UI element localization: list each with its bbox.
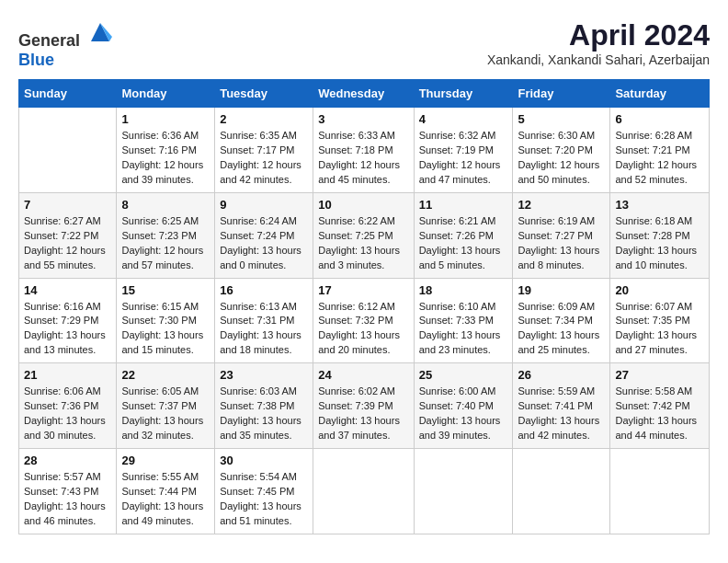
calendar-cell: 16Sunrise: 6:13 AMSunset: 7:31 PMDayligh… <box>215 278 313 363</box>
day-number: 25 <box>419 368 508 382</box>
day-info: Sunrise: 6:28 AMSunset: 7:21 PMDaylight:… <box>615 129 704 188</box>
calendar-cell: 26Sunrise: 5:59 AMSunset: 7:41 PMDayligh… <box>513 363 610 449</box>
day-number: 21 <box>24 368 111 382</box>
day-number: 11 <box>419 198 508 212</box>
calendar-cell: 17Sunrise: 6:12 AMSunset: 7:32 PMDayligh… <box>313 278 414 363</box>
calendar-cell: 2Sunrise: 6:35 AMSunset: 7:17 PMDaylight… <box>215 108 313 193</box>
calendar-cell: 23Sunrise: 6:03 AMSunset: 7:38 PMDayligh… <box>215 363 313 449</box>
calendar-cell: 1Sunrise: 6:36 AMSunset: 7:16 PMDaylight… <box>117 108 215 193</box>
location-subtitle: Xankandi, Xankandi Sahari, Azerbaijan <box>487 52 710 67</box>
day-info: Sunrise: 6:07 AMSunset: 7:35 PMDaylight:… <box>615 300 704 359</box>
day-number: 1 <box>121 112 210 126</box>
logo-icon <box>86 18 114 46</box>
calendar-cell: 19Sunrise: 6:09 AMSunset: 7:34 PMDayligh… <box>513 278 610 363</box>
day-info: Sunrise: 6:22 AMSunset: 7:25 PMDaylight:… <box>318 214 408 273</box>
day-number: 24 <box>318 368 408 382</box>
weekday-header-tuesday: Tuesday <box>215 80 313 108</box>
logo-text: General Blue <box>18 18 114 70</box>
day-info: Sunrise: 5:57 AMSunset: 7:43 PMDaylight:… <box>24 470 111 529</box>
day-number: 30 <box>220 454 308 467</box>
calendar-cell: 6Sunrise: 6:28 AMSunset: 7:21 PMDaylight… <box>610 108 710 193</box>
calendar-cell: 13Sunrise: 6:18 AMSunset: 7:28 PMDayligh… <box>610 192 710 278</box>
main-title: April 2024 <box>487 18 710 52</box>
calendar-cell <box>19 108 117 193</box>
day-number: 3 <box>318 112 408 126</box>
calendar-cell: 14Sunrise: 6:16 AMSunset: 7:29 PMDayligh… <box>19 278 117 363</box>
day-info: Sunrise: 6:16 AMSunset: 7:29 PMDaylight:… <box>24 300 111 359</box>
day-info: Sunrise: 5:58 AMSunset: 7:42 PMDaylight:… <box>615 385 704 443</box>
day-number: 27 <box>615 368 704 382</box>
day-number: 22 <box>121 368 210 382</box>
calendar-cell: 25Sunrise: 6:00 AMSunset: 7:40 PMDayligh… <box>414 363 513 449</box>
day-number: 6 <box>615 112 704 126</box>
weekday-header-friday: Friday <box>513 80 610 108</box>
day-info: Sunrise: 6:27 AMSunset: 7:22 PMDaylight:… <box>24 214 111 273</box>
weekday-header-monday: Monday <box>117 80 215 108</box>
weekday-header-row: SundayMondayTuesdayWednesdayThursdayFrid… <box>19 80 710 108</box>
day-info: Sunrise: 5:59 AMSunset: 7:41 PMDaylight:… <box>518 385 605 443</box>
calendar-cell: 21Sunrise: 6:06 AMSunset: 7:36 PMDayligh… <box>19 363 117 449</box>
calendar-cell: 29Sunrise: 5:55 AMSunset: 7:44 PMDayligh… <box>117 449 215 534</box>
calendar-cell: 22Sunrise: 6:05 AMSunset: 7:37 PMDayligh… <box>117 363 215 449</box>
calendar-cell: 28Sunrise: 5:57 AMSunset: 7:43 PMDayligh… <box>19 449 117 534</box>
calendar-cell <box>313 449 414 534</box>
day-info: Sunrise: 6:10 AMSunset: 7:33 PMDaylight:… <box>419 300 508 359</box>
day-number: 20 <box>615 283 704 297</box>
day-number: 8 <box>121 198 210 212</box>
day-info: Sunrise: 6:18 AMSunset: 7:28 PMDaylight:… <box>615 214 704 273</box>
day-info: Sunrise: 6:12 AMSunset: 7:32 PMDaylight:… <box>318 300 408 359</box>
calendar-week-row: 14Sunrise: 6:16 AMSunset: 7:29 PMDayligh… <box>19 278 710 363</box>
calendar-cell: 4Sunrise: 6:32 AMSunset: 7:19 PMDaylight… <box>414 108 513 193</box>
day-number: 28 <box>24 454 111 467</box>
day-info: Sunrise: 5:55 AMSunset: 7:44 PMDaylight:… <box>121 470 210 529</box>
day-info: Sunrise: 6:36 AMSunset: 7:16 PMDaylight:… <box>121 129 210 188</box>
calendar-cell: 8Sunrise: 6:25 AMSunset: 7:23 PMDaylight… <box>117 192 215 278</box>
day-info: Sunrise: 6:02 AMSunset: 7:39 PMDaylight:… <box>318 385 408 443</box>
day-info: Sunrise: 6:21 AMSunset: 7:26 PMDaylight:… <box>419 214 508 273</box>
logo-blue: Blue <box>18 51 54 69</box>
day-info: Sunrise: 6:09 AMSunset: 7:34 PMDaylight:… <box>518 300 605 359</box>
calendar-cell: 5Sunrise: 6:30 AMSunset: 7:20 PMDaylight… <box>513 108 610 193</box>
day-number: 9 <box>220 198 308 212</box>
day-number: 13 <box>615 198 704 212</box>
day-info: Sunrise: 6:25 AMSunset: 7:23 PMDaylight:… <box>121 214 210 273</box>
calendar-cell <box>610 449 710 534</box>
calendar-cell: 11Sunrise: 6:21 AMSunset: 7:26 PMDayligh… <box>414 192 513 278</box>
day-number: 2 <box>220 112 308 126</box>
day-info: Sunrise: 6:33 AMSunset: 7:18 PMDaylight:… <box>318 129 408 188</box>
day-number: 4 <box>419 112 508 126</box>
day-info: Sunrise: 6:00 AMSunset: 7:40 PMDaylight:… <box>419 385 508 443</box>
calendar-week-row: 1Sunrise: 6:36 AMSunset: 7:16 PMDaylight… <box>19 108 710 193</box>
calendar-week-row: 7Sunrise: 6:27 AMSunset: 7:22 PMDaylight… <box>19 192 710 278</box>
page-header: General Blue April 2024 Xankandi, Xankan… <box>18 18 710 70</box>
calendar-cell <box>513 449 610 534</box>
day-number: 7 <box>24 198 111 212</box>
day-number: 14 <box>24 283 111 297</box>
day-info: Sunrise: 6:30 AMSunset: 7:20 PMDaylight:… <box>518 129 605 188</box>
day-info: Sunrise: 5:54 AMSunset: 7:45 PMDaylight:… <box>220 470 308 529</box>
day-info: Sunrise: 6:35 AMSunset: 7:17 PMDaylight:… <box>220 129 308 188</box>
day-number: 5 <box>518 112 605 126</box>
title-block: April 2024 Xankandi, Xankandi Sahari, Az… <box>487 18 710 67</box>
day-info: Sunrise: 6:19 AMSunset: 7:27 PMDaylight:… <box>518 214 605 273</box>
day-number: 12 <box>518 198 605 212</box>
day-info: Sunrise: 6:05 AMSunset: 7:37 PMDaylight:… <box>121 385 210 443</box>
calendar-cell: 30Sunrise: 5:54 AMSunset: 7:45 PMDayligh… <box>215 449 313 534</box>
calendar-cell: 15Sunrise: 6:15 AMSunset: 7:30 PMDayligh… <box>117 278 215 363</box>
day-number: 18 <box>419 283 508 297</box>
calendar-cell: 10Sunrise: 6:22 AMSunset: 7:25 PMDayligh… <box>313 192 414 278</box>
calendar-cell: 7Sunrise: 6:27 AMSunset: 7:22 PMDaylight… <box>19 192 117 278</box>
calendar-cell <box>414 449 513 534</box>
day-info: Sunrise: 6:15 AMSunset: 7:30 PMDaylight:… <box>121 300 210 359</box>
calendar-cell: 24Sunrise: 6:02 AMSunset: 7:39 PMDayligh… <box>313 363 414 449</box>
day-number: 15 <box>121 283 210 297</box>
calendar-table: SundayMondayTuesdayWednesdayThursdayFrid… <box>18 79 710 534</box>
weekday-header-sunday: Sunday <box>19 80 117 108</box>
day-info: Sunrise: 6:06 AMSunset: 7:36 PMDaylight:… <box>24 385 111 443</box>
day-info: Sunrise: 6:03 AMSunset: 7:38 PMDaylight:… <box>220 385 308 443</box>
calendar-cell: 12Sunrise: 6:19 AMSunset: 7:27 PMDayligh… <box>513 192 610 278</box>
calendar-cell: 18Sunrise: 6:10 AMSunset: 7:33 PMDayligh… <box>414 278 513 363</box>
calendar-cell: 9Sunrise: 6:24 AMSunset: 7:24 PMDaylight… <box>215 192 313 278</box>
calendar-cell: 27Sunrise: 5:58 AMSunset: 7:42 PMDayligh… <box>610 363 710 449</box>
calendar-cell: 20Sunrise: 6:07 AMSunset: 7:35 PMDayligh… <box>610 278 710 363</box>
